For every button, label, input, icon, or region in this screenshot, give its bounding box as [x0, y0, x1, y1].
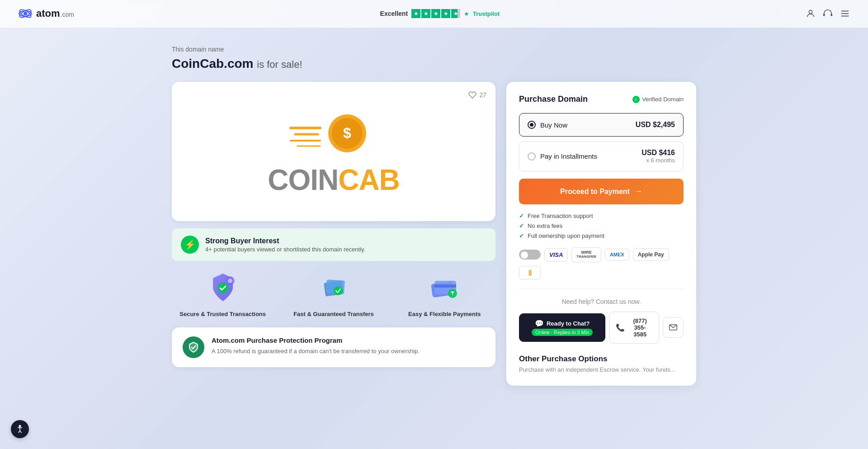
star-3: ★ — [431, 9, 440, 18]
domain-name: CoinCab.com — [172, 57, 253, 71]
svg-point-4 — [809, 10, 812, 14]
content-grid: 27 $ — [172, 82, 696, 386]
installments-radio — [528, 152, 536, 161]
support-icon-button[interactable] — [823, 9, 833, 19]
coin-text: COIN — [268, 164, 338, 196]
accessibility-icon — [15, 425, 24, 434]
logo-atom: atom — [36, 8, 60, 19]
toggle-icon — [519, 250, 541, 260]
trustpilot-rating: Excellent ★ ★ ★ ★ ★ ★ Trustpilot — [380, 9, 500, 18]
buyer-interest-title: Strong Buyer Interest — [205, 237, 365, 245]
coincab-logo-area: $ COINCAB — [183, 93, 485, 210]
check-item-3: ✓ Full ownership upon payment — [519, 232, 684, 239]
verified-dot-icon: ✓ — [632, 96, 640, 103]
site-header: atom.com Excellent ★ ★ ★ ★ ★ ★ Trustpilo… — [0, 0, 868, 28]
chat-button[interactable]: 💬 Ready to Chat? Online · Replies in 3 M… — [519, 313, 605, 342]
buy-now-price: USD $2,495 — [636, 121, 675, 129]
check-item-2: ✓ No extra fees — [519, 222, 684, 229]
phone-number: (877) 355-3585 — [627, 317, 652, 338]
online-badge: Online · Replies in 3 Min — [532, 329, 593, 336]
svg-rect-25 — [434, 284, 456, 288]
coincab-coin-svg: $ — [288, 111, 379, 156]
divider — [519, 288, 684, 289]
other-options-title: Other Purchase Options — [519, 354, 684, 364]
coin-icon-wrapper: $ — [288, 111, 379, 158]
buyer-interest-subtitle: 4+ potential buyers viewed or shortliste… — [205, 246, 365, 253]
trustpilot-excellent: Excellent — [380, 10, 408, 17]
bitcoin-icon: ₿ — [519, 266, 541, 279]
main-content: This domain name CoinCab.com is for sale… — [163, 28, 705, 404]
user-icon-button[interactable] — [806, 9, 816, 19]
like-button[interactable]: 27 — [468, 91, 486, 99]
logo[interactable]: atom.com — [18, 6, 74, 21]
buyer-interest-banner: ⚡ Strong Buyer Interest 4+ potential buy… — [172, 228, 495, 261]
shield-gear-icon — [207, 272, 239, 304]
protection-text: Atom.com Purchase Protection Program A 1… — [212, 336, 420, 356]
chat-label: Ready to Chat? — [547, 320, 590, 327]
verified-text: Verified Domain — [642, 96, 684, 103]
cab-text: CAB — [338, 164, 400, 196]
logo-wordmark: atom.com — [36, 8, 74, 19]
contact-help-text: Need help? Contact us now. — [519, 298, 684, 305]
star-4: ★ — [441, 9, 450, 18]
installments-label: Pay in Installments — [540, 152, 597, 160]
domain-title: CoinCab.com is for sale! — [172, 57, 696, 71]
wire-transfer-icon: WIRE TRANSFER — [571, 247, 601, 262]
logo-dotcom: .com — [61, 11, 74, 18]
svg-text:$: $ — [343, 125, 351, 141]
installments-option[interactable]: Pay in Installments USD $416 x 6 months — [519, 141, 684, 171]
phone-button[interactable]: 📞 (877) 355-3585 — [609, 312, 659, 344]
chat-btn-inner: 💬 Ready to Chat? — [535, 319, 590, 328]
visa-icon: VISA — [544, 248, 568, 261]
secure-icon-area — [205, 270, 241, 306]
buy-now-left: Buy Now — [528, 121, 567, 129]
menu-icon-button[interactable] — [840, 9, 850, 19]
payment-icons-row: VISA WIRE TRANSFER AMEX Apple Pay ₿ — [519, 247, 684, 279]
radio-inner — [530, 123, 533, 127]
svg-rect-28 — [452, 291, 453, 295]
feature-fast-label: Fast & Guaranteed Transfers — [293, 311, 374, 318]
feature-fast: Fast & Guaranteed Transfers — [283, 270, 384, 318]
email-button[interactable] — [663, 317, 684, 338]
feature-payments-label: Easy & Flexible Payments — [408, 311, 481, 318]
domain-preview-card: 27 $ — [172, 82, 495, 221]
verified-badge: ✓ Verified Domain — [632, 96, 684, 103]
feature-secure: Secure & Trusted Transactions — [172, 270, 274, 318]
buy-now-option[interactable]: Buy Now USD $2,495 — [519, 113, 684, 137]
hamburger-icon — [840, 9, 850, 19]
checkmark-1: ✓ — [519, 213, 524, 219]
breadcrumb: This domain name — [172, 46, 696, 53]
purchase-panel: Purchase Domain ✓ Verified Domain Buy No… — [506, 82, 696, 386]
trustpilot-stars: ★ ★ ★ ★ ★ — [411, 9, 460, 18]
protection-description: A 100% refund is guaranteed if a domain … — [212, 347, 420, 356]
star-2: ★ — [421, 9, 430, 18]
heart-icon — [468, 91, 476, 99]
headset-icon — [823, 9, 833, 19]
svg-point-22 — [334, 286, 343, 295]
accessibility-button[interactable] — [11, 420, 29, 438]
left-column: 27 $ — [172, 82, 495, 367]
buy-now-radio — [528, 121, 536, 129]
contact-buttons-row: 💬 Ready to Chat? Online · Replies in 3 M… — [519, 312, 684, 344]
features-row: Secure & Trusted Transactions Fast & Gua… — [172, 270, 495, 318]
star-5-half: ★ — [451, 9, 460, 18]
fast-transfer-icon — [317, 272, 350, 304]
protection-card: Atom.com Purchase Protection Program A 1… — [172, 327, 495, 367]
installments-left: Pay in Installments — [528, 152, 597, 161]
atom-logo-icon — [18, 6, 33, 21]
proceed-to-payment-button[interactable]: Proceed to Payment → — [519, 179, 684, 204]
phone-icon: 📞 — [616, 323, 625, 332]
user-icon — [806, 9, 816, 19]
protection-shield-icon — [183, 336, 204, 358]
feature-payments: Easy & Flexible Payments — [394, 270, 495, 318]
svg-point-19 — [228, 279, 232, 283]
svg-rect-5 — [823, 14, 825, 16]
trustpilot-star-icon: ★ — [464, 10, 469, 17]
checkmark-2: ✓ — [519, 222, 524, 229]
apple-pay-icon: Apple Pay — [633, 248, 669, 261]
for-sale-text: is for sale! — [257, 59, 302, 70]
protection-title: Atom.com Purchase Protection Program — [212, 336, 420, 344]
purchase-panel-card: Purchase Domain ✓ Verified Domain Buy No… — [506, 82, 696, 386]
checkmarks-list: ✓ Free Transaction support ✓ No extra fe… — [519, 213, 684, 239]
coincab-text: COINCAB — [268, 163, 400, 197]
